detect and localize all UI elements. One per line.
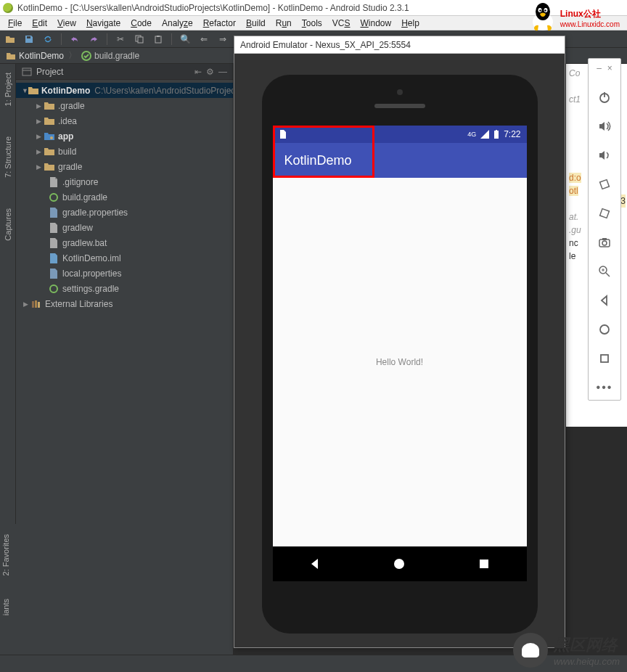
svg-rect-4: [157, 36, 160, 37]
tree-item[interactable]: ▶.idea: [16, 113, 233, 128]
save-icon[interactable]: [23, 33, 35, 45]
find-icon[interactable]: 🔍: [179, 33, 191, 45]
app-content: Hello World!: [273, 178, 527, 546]
svg-rect-27: [494, 131, 499, 139]
emulator-body: 4G 7:22 KotlinDemo Hello World!: [234, 54, 565, 647]
tree-item[interactable]: KotlinDemo.iml: [16, 250, 233, 266]
android-statusbar: 4G 7:22: [273, 126, 527, 143]
settings-icon[interactable]: ⚙: [206, 67, 214, 77]
rotate-right-icon[interactable]: [597, 205, 612, 221]
zoom-icon[interactable]: [597, 263, 612, 279]
nav-recent-icon[interactable]: [477, 557, 491, 571]
copy-icon[interactable]: [134, 33, 145, 45]
tree-item[interactable]: local.properties: [16, 266, 233, 281]
battery-icon: [493, 130, 499, 139]
sync-icon[interactable]: [42, 33, 54, 45]
svg-rect-17: [600, 209, 610, 218]
menu-navigate[interactable]: Navigate: [81, 18, 126, 28]
home-nav-icon[interactable]: [597, 321, 612, 337]
tree-item[interactable]: build.gradle: [16, 189, 233, 205]
svg-line-22: [606, 273, 610, 276]
breadcrumb-separator-icon: 〉: [68, 49, 77, 62]
menu-code[interactable]: Code: [126, 18, 157, 28]
menu-run[interactable]: Run: [271, 18, 297, 28]
menu-edit[interactable]: Edit: [27, 18, 52, 28]
menu-analyze[interactable]: Analyze: [157, 18, 198, 28]
menu-window[interactable]: Window: [355, 18, 396, 28]
hide-icon[interactable]: —: [218, 67, 227, 77]
rotate-left-icon[interactable]: [597, 176, 612, 192]
back-icon[interactable]: ⇐: [198, 33, 210, 45]
menu-file[interactable]: File: [3, 18, 27, 28]
tree-item[interactable]: gradlew.bat: [16, 235, 233, 250]
network-icon: 4G: [467, 131, 476, 138]
tree-item[interactable]: ▶.gradle: [16, 98, 233, 113]
menu-vcs[interactable]: VCS: [327, 18, 356, 28]
nav-back-icon[interactable]: [308, 557, 322, 571]
overview-nav-icon[interactable]: [597, 351, 612, 366]
redo-icon[interactable]: [88, 33, 99, 45]
panel-title: Project: [36, 67, 63, 77]
svg-point-19: [602, 241, 607, 245]
tree-item[interactable]: ▶gradle: [16, 159, 233, 174]
svg-point-10: [50, 285, 57, 292]
back-nav-icon[interactable]: [597, 292, 612, 308]
app-toolbar: KotlinDemo: [273, 143, 527, 178]
project-icon: [6, 51, 16, 61]
tree-root-name: KotlinDemo: [41, 86, 90, 96]
emulator-titlebar[interactable]: Android Emulator - Nexus_5X_API_25:5554: [234, 36, 565, 54]
sim-icon: [279, 130, 286, 139]
screenshot-icon[interactable]: [597, 234, 612, 250]
svg-rect-12: [35, 300, 37, 308]
collapse-icon[interactable]: ⇤: [194, 67, 202, 77]
power-icon[interactable]: [597, 89, 612, 105]
svg-rect-26: [601, 355, 608, 362]
tab-variants[interactable]: iants: [0, 594, 12, 620]
android-navbar: [273, 546, 527, 581]
volume-down-icon[interactable]: [597, 147, 612, 163]
tree-item[interactable]: ▶build: [16, 144, 233, 159]
forward-icon[interactable]: ⇒: [217, 33, 229, 45]
tab-captures[interactable]: Captures: [2, 204, 14, 245]
nav-home-icon[interactable]: [392, 557, 406, 571]
svg-rect-28: [496, 130, 497, 131]
close-icon[interactable]: ×: [607, 63, 612, 73]
svg-point-36: [544, 9, 546, 11]
tree-root[interactable]: ▼ KotlinDemo C:\Users\kallen\AndroidStud…: [16, 83, 233, 98]
volume-up-icon[interactable]: [597, 118, 612, 134]
menu-tools[interactable]: Tools: [297, 18, 327, 28]
tree-item[interactable]: settings.gradle: [16, 281, 233, 296]
status-time: 7:22: [504, 129, 520, 139]
paste-icon[interactable]: [152, 33, 164, 45]
menu-build[interactable]: Build: [241, 18, 271, 28]
project-tree[interactable]: ▼ KotlinDemo C:\Users\kallen\AndroidStud…: [16, 80, 233, 314]
emulator-toolbar: – × •••: [588, 58, 621, 401]
menu-view[interactable]: View: [52, 18, 81, 28]
tab-favorites[interactable]: 2: Favorites: [0, 530, 12, 580]
android-studio-icon: [3, 3, 13, 13]
svg-rect-6: [22, 68, 31, 75]
tree-item[interactable]: gradle.properties: [16, 205, 233, 220]
tree-external-libs[interactable]: ▶External Libraries: [16, 296, 233, 311]
emulator-title: Android Emulator - Nexus_5X_API_25:5554: [240, 40, 411, 50]
tree-item-app[interactable]: ▶app: [16, 128, 233, 144]
menu-help[interactable]: Help: [396, 18, 425, 28]
phone-frame: 4G 7:22 KotlinDemo Hello World!: [262, 75, 538, 634]
phone-screen[interactable]: 4G 7:22 KotlinDemo Hello World!: [273, 126, 527, 581]
cut-icon[interactable]: ✂: [115, 33, 126, 45]
menu-refactor[interactable]: Refactor: [198, 18, 241, 28]
breadcrumb-file[interactable]: build.gradle: [94, 51, 139, 61]
tab-project[interactable]: 1: Project: [2, 68, 14, 110]
linux-watermark: Linux公社 www.Linuxidc.com: [528, 0, 620, 32]
minimize-icon[interactable]: –: [597, 63, 602, 73]
breadcrumb-project[interactable]: KotlinDemo: [19, 51, 64, 61]
open-icon[interactable]: [4, 33, 16, 45]
left-bottom-gutter: 2: Favorites iants: [0, 524, 16, 655]
tree-item[interactable]: gradlew: [16, 220, 233, 235]
svg-point-25: [600, 325, 609, 334]
undo-icon[interactable]: [69, 33, 81, 45]
phone-speaker: [374, 104, 425, 108]
more-icon[interactable]: •••: [597, 380, 612, 396]
tree-item[interactable]: .gitignore: [16, 174, 233, 189]
tab-structure[interactable]: 7: Structure: [2, 132, 14, 182]
